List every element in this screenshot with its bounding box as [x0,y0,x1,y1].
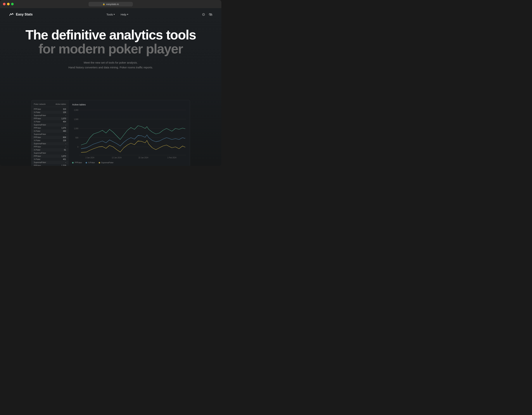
table-row: X-Poker 228 [31,139,68,142]
network-cell: SupremaPoker [34,124,50,126]
logo[interactable]: Easy Stats [9,12,33,17]
count-cell: 228 [50,139,66,141]
hero-section: The definitive analytics tools for moder… [0,21,221,70]
network-cell: SupremaPoker [34,143,50,145]
tools-chevron: ▾ [114,13,115,16]
col-tables-header: Active tables [50,103,66,105]
count-cell: - [50,133,66,135]
maximize-button[interactable] [11,3,14,5]
network-cell: PPPoker [34,155,50,157]
network-cell: SupremaPoker [34,152,50,154]
count-cell: 1,070 [50,118,66,120]
hero-desc-line2: Hand history converters and data mining.… [9,65,212,70]
svg-text:2 Jan 2024: 2 Jan 2024 [86,157,95,159]
network-cell: SupremaPoker [34,114,50,116]
count-cell: - [50,143,66,145]
help-label: Help [121,13,126,16]
table-row: X-Poker 454 [31,120,68,123]
address-text: easystats.io [106,3,119,6]
count-cell: 319 [50,108,66,110]
count-cell: 401 [50,158,66,160]
table-row: PPPoker 1,319 [31,164,68,166]
network-cell: PPPoker [34,146,50,148]
chart-panel: Active tables 2,000 1,500 1,000 500 0 [68,100,190,166]
table-panel: Poker network Active tables PPPoker 319 … [31,100,68,166]
chart-svg: 2,000 1,500 1,000 500 0 2 Jan 2024 12 Ja… [72,108,186,160]
pppoker-legend-dot [72,162,74,164]
table-row: X-Poker 401 [31,158,68,161]
nav-links: Tools ▾ Help ▾ [106,13,128,16]
table-row: SupremaPoker - [31,161,68,164]
legend-suprema: SupremaPoker [99,162,114,164]
table-row: SupremaPoker - [31,123,68,126]
svg-text:500: 500 [76,137,79,139]
network-cell: PPPoker [34,108,50,110]
svg-text:12 Jan 2024: 12 Jan 2024 [112,157,122,159]
cart-icon[interactable]: 🛍 [209,12,212,17]
table-row: SupremaPoker - [31,133,68,136]
col-network-header: Poker network [34,103,50,105]
pppoker-line [81,126,185,145]
logo-text: Easy Stats [16,12,33,16]
network-cell: SupremaPoker [34,161,50,164]
svg-text:1,500: 1,500 [74,118,79,120]
chart-legend: PPPoker X-Poker SupremaPoker [72,162,186,164]
hero-title-main: The definitive analytics tools [9,28,212,42]
svg-text:1 Feb 2024: 1 Feb 2024 [167,157,176,159]
table-body: PPPoker 319 X-Poker 126 SupremaPoker - P… [31,108,68,166]
minimize-button[interactable] [7,3,10,5]
suprema-legend-label: SupremaPoker [101,162,114,164]
count-cell: - [50,146,66,148]
count-cell: 1,072 [50,155,66,157]
address-bar[interactable]: 🔒 easystats.io [88,2,133,6]
xpoker-legend-dot [86,162,87,164]
help-menu[interactable]: Help ▾ [121,13,128,16]
count-cell: 808 [50,136,66,138]
count-cell: 1,319 [50,165,66,166]
table-row: PPPoker 319 [31,108,68,111]
navigation: Easy Stats Tools ▾ Help ▾ ⊙ 🛍 [0,8,221,21]
hero-desc-line1: Meet the new set of tools for poker anal… [9,60,212,65]
chart-title: Active tables [72,103,186,106]
logo-icon [9,12,14,17]
legend-pppoker: PPPoker [72,162,82,164]
count-cell: 126 [50,111,66,113]
network-cell: PPPoker [34,165,50,166]
count-cell: 454 [50,121,66,123]
chart-container: 2,000 1,500 1,000 500 0 2 Jan 2024 12 Ja… [72,108,186,160]
tools-label: Tools [106,13,113,16]
tools-menu[interactable]: Tools ▾ [106,13,115,16]
svg-text:2,000: 2,000 [74,109,79,111]
main-page: Easy Stats Tools ▾ Help ▾ ⊙ 🛍 The defini… [0,8,221,166]
network-cell: X-Poker [34,149,50,151]
count-cell: 480 [50,130,66,132]
nav-icons: ⊙ 🛍 [202,12,212,17]
count-cell: 61 [50,149,66,151]
lock-icon: 🔒 [103,3,105,5]
pppoker-legend-label: PPPoker [75,162,82,164]
supremapoker-line [81,140,185,152]
hero-title-sub: for modern poker player [9,42,212,56]
network-cell: X-Poker [34,158,50,160]
svg-text:22 Jan 2024: 22 Jan 2024 [139,157,149,159]
table-row: PPPoker 1,070 [31,117,68,120]
traffic-lights [3,3,14,5]
network-cell: X-Poker [34,139,50,141]
xpoker-legend-label: X-Poker [88,162,95,164]
svg-text:0: 0 [77,146,78,148]
svg-text:1,000: 1,000 [74,128,79,129]
table-row: X-Poker 61 [31,148,68,151]
account-icon[interactable]: ⊙ [202,12,205,17]
table-row: X-Poker 480 [31,129,68,133]
window-chrome: 🔒 easystats.io [0,0,221,8]
network-cell: X-Poker [34,121,50,123]
count-cell: - [50,124,66,126]
count-cell: - [50,161,66,164]
close-button[interactable] [3,3,6,5]
table-row: PPPoker 1,072 [31,155,68,158]
network-cell: PPPoker [34,118,50,120]
network-cell: PPPoker [34,127,50,129]
count-cell: - [50,114,66,116]
network-cell: X-Poker [34,130,50,132]
network-cell: SupremaPoker [34,133,50,135]
